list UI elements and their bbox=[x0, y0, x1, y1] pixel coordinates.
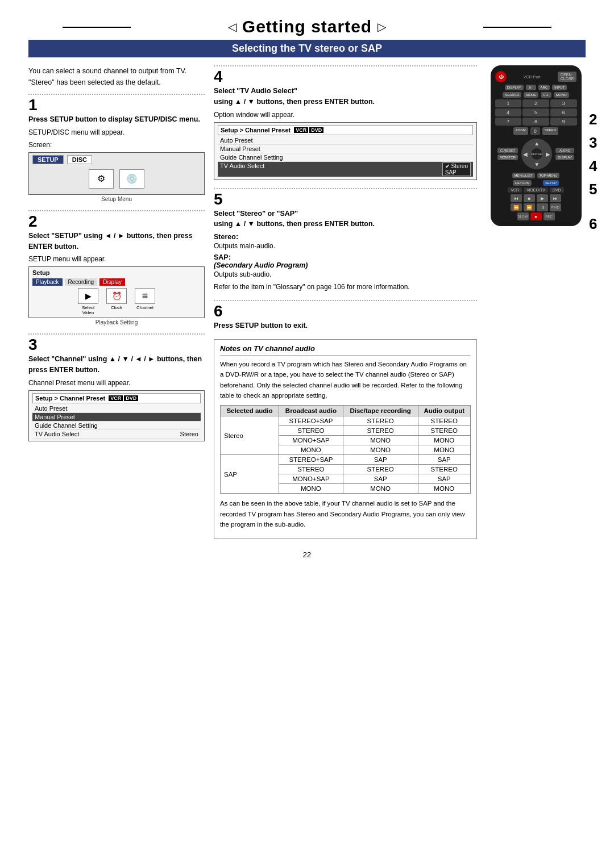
step1-dots bbox=[28, 94, 205, 95]
cell-stereo-rec-1: STEREO bbox=[343, 416, 418, 426]
step4-menu-title: Setup > Channel Preset bbox=[221, 127, 291, 133]
step4-stereo-opt: ✔ Stereo bbox=[445, 163, 468, 169]
tv-audio-value: Stereo bbox=[180, 431, 198, 437]
num-0[interactable]: 0 bbox=[530, 127, 540, 135]
cell-stereo: Stereo bbox=[221, 416, 279, 455]
vcr-source-btn[interactable]: VCR bbox=[508, 187, 522, 193]
num-4[interactable]: 4 bbox=[495, 108, 522, 116]
intro-text: You can select a sound channel to output… bbox=[28, 65, 205, 88]
notes-text1: When you record a TV program which has S… bbox=[220, 359, 471, 401]
step1-instruction: Press SETUP button to display SETUP/DISC… bbox=[28, 114, 205, 125]
menu-list-btn[interactable]: MENU/LIST bbox=[512, 173, 535, 178]
return-setup-row: RETURN SETUP bbox=[495, 180, 577, 186]
transport-row: ⏮ ■ ▶ ⏭ bbox=[495, 194, 577, 202]
record-btn[interactable]: REC bbox=[544, 212, 555, 220]
audio-btn[interactable]: AUDIO bbox=[555, 148, 574, 153]
num-9[interactable]: 9 bbox=[550, 118, 577, 126]
step2-dots bbox=[28, 210, 205, 211]
open-button[interactable]: OPENCLOSE bbox=[558, 72, 577, 82]
monitor-btn[interactable]: MONITOR bbox=[497, 155, 518, 160]
step3-number: 3 bbox=[28, 337, 205, 353]
nav-down[interactable]: ▼ bbox=[534, 161, 540, 168]
step3-menu-guide: Guide Channel Setting bbox=[32, 422, 201, 430]
step4-dots bbox=[214, 65, 477, 66]
videotv-source-btn[interactable]: VIDEO/TV bbox=[524, 187, 548, 193]
c-reset-btn[interactable]: C.RESET bbox=[497, 148, 518, 153]
cell-mono-rec-1: MONO bbox=[343, 436, 418, 445]
nav-right[interactable]: ▶ bbox=[546, 151, 550, 157]
skip-back-btn[interactable]: ⏪ bbox=[511, 203, 522, 211]
cell-sap-out-3: SAP bbox=[418, 474, 471, 484]
find-btn[interactable]: FIND bbox=[550, 203, 561, 211]
audio-table: Selected audio Broadcast audio Disc/tape… bbox=[220, 405, 471, 494]
mode-btn[interactable]: MODE bbox=[524, 92, 538, 98]
step3-screen: Setup > Channel Preset VCR DVD Auto Pres… bbox=[28, 390, 205, 441]
sap-sublabel: (Secondary Audio Program) bbox=[214, 261, 477, 269]
zoom-btn[interactable]: ZOOM bbox=[513, 127, 528, 135]
disc-icon: 💿 bbox=[119, 169, 144, 189]
num-8[interactable]: 8 bbox=[522, 118, 549, 126]
step4-number: 4 bbox=[214, 69, 477, 85]
step3-dots bbox=[28, 333, 205, 335]
enter-btn[interactable]: ENTER bbox=[531, 148, 542, 160]
side-num-5: 5 bbox=[589, 181, 597, 198]
step3-bold: Select "Channel" using ▲ / ▼ / ◄ / ► but… bbox=[28, 355, 202, 374]
cell-sap-bc-4: MONO bbox=[279, 484, 343, 494]
mono-btn[interactable]: MONO bbox=[554, 92, 569, 98]
i-btn[interactable]: I/· bbox=[526, 85, 536, 90]
side-num-3: 3 bbox=[589, 134, 597, 152]
num-3[interactable]: 3 bbox=[550, 99, 577, 107]
num-2[interactable]: 2 bbox=[522, 99, 549, 107]
vcr-badge: VCR bbox=[109, 395, 123, 401]
num-5[interactable]: 5 bbox=[522, 108, 549, 116]
cell-stereo-bc-2: STEREO bbox=[279, 426, 343, 436]
power-button[interactable]: ⏻ bbox=[495, 71, 507, 82]
setup-icon: ⚙ bbox=[89, 169, 114, 189]
page-number: 22 bbox=[28, 550, 586, 559]
num-1[interactable]: 1 bbox=[495, 99, 522, 107]
step3-menu-title: Setup > Channel Preset bbox=[35, 395, 105, 402]
pause-btn[interactable]: ⏸ bbox=[537, 203, 548, 211]
step4-menu-tv-audio: TV Audio Select ✔ Stereo SAP bbox=[218, 162, 473, 177]
rec-btn[interactable]: ● bbox=[530, 212, 542, 220]
sap-label: SAP: bbox=[214, 253, 477, 261]
right-btns: AUDIO DISPLAY bbox=[555, 148, 574, 160]
setup-btn[interactable]: SETUP bbox=[543, 180, 559, 186]
play-btn[interactable]: ▶ bbox=[537, 194, 548, 202]
ch-minus-btn[interactable]: CH- bbox=[541, 92, 551, 98]
cell-sap-out-4: MONO bbox=[418, 484, 471, 494]
num-7[interactable]: 7 bbox=[495, 118, 522, 126]
step2-sub: SETUP menu will appear. bbox=[28, 254, 205, 264]
slow-btn[interactable]: SLOW bbox=[517, 212, 529, 220]
input-btn[interactable]: INPUT bbox=[552, 85, 567, 90]
col-header-broadcast: Broadcast audio bbox=[279, 406, 343, 416]
step6-number: 6 bbox=[214, 303, 477, 319]
step2-bold: Select "SETUP" using ◄ / ► buttons, then… bbox=[28, 232, 193, 251]
dvd-source-btn[interactable]: DVD bbox=[550, 187, 564, 193]
fast-forward-btn[interactable]: ⏭ bbox=[550, 194, 561, 202]
title-arrow-left: ◁ bbox=[228, 20, 237, 34]
display-btn[interactable]: DISPLAY bbox=[505, 85, 524, 90]
table-row: SAP STEREO+SAP SAP SAP bbox=[221, 455, 471, 465]
cell-sap-out-1: SAP bbox=[418, 455, 471, 465]
step-2-block: 2 Select "SETUP" using ◄ / ► buttons, th… bbox=[28, 210, 205, 326]
title-arrow-right: ▷ bbox=[377, 20, 386, 34]
return-btn[interactable]: RETURN bbox=[513, 180, 532, 186]
speed-btn[interactable]: SPEED bbox=[542, 127, 558, 135]
display-tab: Display bbox=[99, 278, 125, 286]
search-btn[interactable]: SEARCH bbox=[503, 92, 521, 98]
nav-left[interactable]: ◀ bbox=[523, 151, 528, 157]
num-6[interactable]: 6 bbox=[550, 108, 577, 116]
skip-fwd-btn[interactable]: ⏩ bbox=[524, 203, 535, 211]
rewind-btn[interactable]: ⏮ bbox=[511, 194, 522, 202]
nav-up[interactable]: ▲ bbox=[534, 140, 540, 147]
col-header-selected: Selected audio bbox=[221, 406, 279, 416]
step2-icon-clock: ⏰ Clock bbox=[104, 288, 129, 315]
cell-stereo-sap-1: STEREO+SAP bbox=[279, 416, 343, 426]
stop-btn[interactable]: ■ bbox=[524, 194, 535, 202]
top-menu-btn[interactable]: TOP-MENU bbox=[537, 173, 560, 178]
transport-row-2: ⏪ ⏩ ⏸ FIND bbox=[495, 203, 577, 211]
remote-container: 2 3 4 5 6 ⏻ VCR Port OPENCLOSE DISPLA bbox=[486, 65, 586, 226]
arc-btn[interactable]: ARC bbox=[538, 85, 550, 90]
display-btn2[interactable]: DISPLAY bbox=[555, 155, 574, 160]
